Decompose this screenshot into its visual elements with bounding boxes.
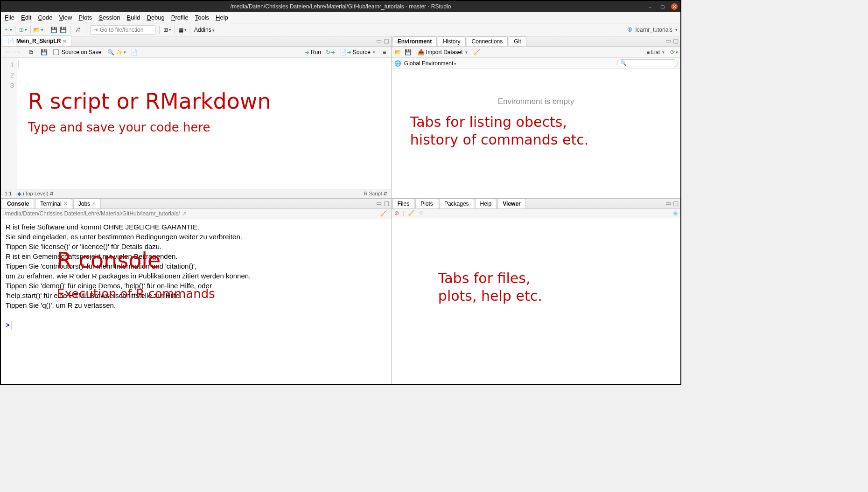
path-link-icon[interactable]: ⇗ (182, 210, 187, 217)
console-body[interactable]: R ist freie Software und kommt OHNE JEGL… (1, 219, 391, 384)
panes-icon[interactable]: ▦ (179, 26, 186, 34)
source-button[interactable]: 📄➔Source (340, 49, 375, 55)
menu-session[interactable]: Session (98, 14, 120, 21)
nav-fwd-icon[interactable]: ⇨ (14, 49, 21, 56)
source-editor[interactable]: 1 2 3 R script or RMarkdown Type and sav… (1, 58, 391, 189)
tab-connections[interactable]: Connections (467, 36, 508, 46)
clear-env-icon[interactable]: 🧹 (473, 49, 481, 56)
env-body: Environment is empty Tabs for listing ob… (392, 69, 680, 198)
env-tabs: Environment History Connections Git ▭ ▢ (392, 36, 680, 47)
menu-debug[interactable]: Debug (147, 14, 165, 21)
tab-history[interactable]: History (438, 36, 465, 46)
minimize-pane-icon[interactable]: ▭ (376, 200, 382, 207)
run-button[interactable]: ➔Run (305, 49, 321, 55)
menu-view[interactable]: View (59, 14, 72, 21)
annotation-source-sub: Type and save your code here (28, 120, 210, 134)
env-search-input[interactable]: 🔍 (617, 59, 678, 67)
menu-edit[interactable]: Edit (21, 14, 31, 21)
project-name: learnr_tutorials (636, 27, 672, 33)
menu-build[interactable]: Build (127, 14, 140, 21)
menu-help[interactable]: Help (216, 14, 228, 21)
rerun-icon[interactable]: ↻➔ (327, 49, 334, 56)
maximize-pane-icon[interactable]: ▢ (384, 200, 389, 207)
console-tabs: Console Terminal✕ Jobs✕ ▭ ▢ (1, 199, 391, 209)
new-project-icon[interactable]: ⊞ (19, 26, 27, 34)
clear-console-icon[interactable]: 🧹 (380, 210, 387, 217)
publish-icon[interactable]: ◉ (673, 210, 678, 216)
window-title: /media/Daten/Chrissies Dateien/Lehre/Mat… (231, 3, 451, 10)
clear-viewer-icon[interactable]: 🧹 (408, 210, 415, 216)
menu-file[interactable]: File (5, 14, 14, 21)
tab-packages[interactable]: Packages (439, 199, 474, 208)
maximize-pane-icon[interactable]: ▢ (384, 37, 389, 44)
source-toolbar: ⇦ ⇨ ⧉ 💾 Source on Save 🔍 ✨ 📄 ➔Run ↻➔ (1, 47, 391, 58)
annotation-source-title: R script or RMarkdown (28, 89, 271, 114)
menu-bar: File Edit Code View Plots Session Build … (1, 12, 680, 23)
minimize-pane-icon[interactable]: ▭ (376, 37, 382, 44)
console-path: /media/Daten/Chrissies Dateien/Lehre/Mat… (5, 210, 180, 217)
minimize-icon[interactable]: – (647, 3, 653, 10)
goto-file-input[interactable]: ➔ Go to file/function (90, 25, 155, 35)
cursor-position: 1:1 (5, 191, 12, 196)
close-icon[interactable]: ✕ (671, 3, 678, 10)
tab-help[interactable]: Help (475, 199, 497, 208)
env-scope-bar: 🌐 Global Environment 🔍 (392, 58, 680, 69)
addins-button[interactable]: Addins (194, 27, 215, 33)
list-view-button[interactable]: ≡List (646, 49, 665, 55)
compile-icon[interactable]: 📄 (130, 49, 138, 56)
sync-viewer-icon[interactable]: ⟲ (419, 210, 423, 216)
tab-terminal[interactable]: Terminal✕ (35, 199, 72, 208)
find-icon[interactable]: 🔍 (107, 49, 114, 56)
tab-environment[interactable]: Environment (392, 36, 437, 46)
print-icon[interactable]: 🖨 (75, 26, 82, 34)
load-workspace-icon[interactable]: 📂 (394, 49, 402, 56)
close-tab-icon[interactable]: ✕ (63, 39, 66, 44)
menu-profile[interactable]: Profile (171, 14, 189, 21)
menu-plots[interactable]: Plots (78, 14, 92, 21)
save-workspace-icon[interactable]: 💾 (405, 49, 412, 56)
wand-icon[interactable]: ✨ (117, 49, 125, 56)
tools-grid-icon[interactable]: ⊞ (163, 26, 171, 34)
env-scope-icon: 🌐 (394, 60, 401, 67)
tab-jobs[interactable]: Jobs✕ (73, 199, 101, 208)
maximize-icon[interactable]: ▢ (659, 3, 665, 10)
save-all-icon[interactable]: 💾 (59, 26, 67, 34)
tab-files[interactable]: Files (392, 199, 414, 208)
maximize-pane-icon[interactable]: ▢ (673, 200, 679, 207)
refresh-icon[interactable]: ⟳ (670, 49, 678, 56)
menu-tools[interactable]: Tools (195, 14, 209, 21)
source-on-save-checkbox[interactable] (53, 49, 59, 55)
new-file-icon[interactable]: ＋ (4, 26, 11, 34)
minimize-pane-icon[interactable]: ▭ (665, 37, 671, 44)
save-icon[interactable]: 💾 (50, 26, 57, 34)
project-selector[interactable]: ® learnr_tutorials (626, 26, 678, 34)
annotation-env: Tabs for listing obects,history of comma… (410, 113, 588, 149)
console-path-bar: /media/Daten/Chrissies Dateien/Lehre/Mat… (1, 209, 391, 219)
project-icon: ® (626, 26, 634, 34)
minimize-pane-icon[interactable]: ▭ (665, 200, 671, 207)
import-dataset-button[interactable]: 📥Import Dataset (418, 49, 468, 55)
remove-viewer-icon[interactable]: ⊘ (394, 210, 399, 216)
annotation-console-title: R console (57, 256, 161, 265)
scope-selector[interactable]: (Top Level) (23, 191, 48, 196)
tab-plots[interactable]: Plots (415, 199, 438, 208)
save-script-icon[interactable]: 💾 (40, 49, 48, 56)
tab-git[interactable]: Git (509, 36, 526, 46)
main-toolbar: ＋ ⊞ 📂 💾 💾 🖨 ➔ Go to file/function ⊞ ▦ Ad… (1, 23, 680, 36)
annotation-viewer: Tabs for files,plots, help etc. (438, 270, 542, 305)
goto-placeholder: Go to file/function (100, 27, 143, 33)
source-tab[interactable]: 📄 Mein_R_Skript.R ✕ (2, 35, 71, 46)
env-toolbar: 📂 💾 📥Import Dataset 🧹 ≡List ⟳ (392, 47, 680, 58)
tab-console[interactable]: Console (2, 199, 34, 208)
nav-back-icon[interactable]: ⇦ (4, 49, 11, 56)
popout-icon[interactable]: ⧉ (27, 49, 35, 56)
console-prompt: > (6, 321, 10, 329)
window-titlebar: /media/Daten/Chrissies Dateien/Lehre/Mat… (1, 1, 680, 12)
outline-icon[interactable]: ≡ (381, 49, 388, 56)
menu-code[interactable]: Code (38, 14, 52, 21)
env-scope-selector[interactable]: Global Environment (404, 60, 456, 67)
open-file-icon[interactable]: 📂 (35, 26, 42, 34)
maximize-pane-icon[interactable]: ▢ (673, 37, 679, 44)
file-type-selector[interactable]: R Script (364, 191, 382, 196)
tab-viewer[interactable]: Viewer (497, 199, 525, 208)
